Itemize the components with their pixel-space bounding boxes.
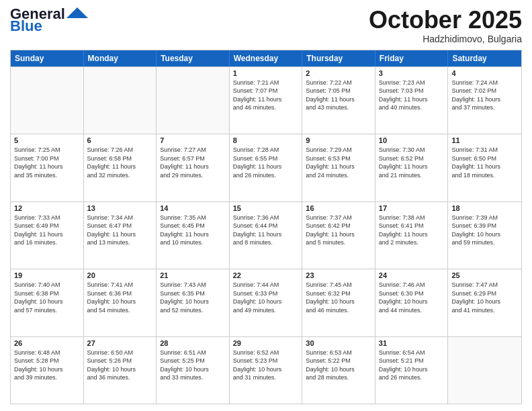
- logo-icon: [66, 6, 88, 19]
- calendar: Sunday Monday Tuesday Wednesday Thursday…: [10, 50, 522, 404]
- cell-info-15: Sunrise: 7:36 AM Sunset: 6:44 PM Dayligh…: [233, 214, 299, 247]
- cell-w2-d1: 13Sunrise: 7:34 AM Sunset: 6:47 PM Dayli…: [84, 202, 157, 269]
- cell-w2-d3: 15Sunrise: 7:36 AM Sunset: 6:44 PM Dayli…: [230, 202, 303, 269]
- cell-info-21: Sunrise: 7:43 AM Sunset: 6:35 PM Dayligh…: [160, 281, 226, 314]
- cell-w4-d5: 31Sunrise: 6:54 AM Sunset: 5:21 PM Dayli…: [375, 337, 449, 404]
- day-num-15: 15: [233, 204, 299, 212]
- cell-w0-d4: 2Sunrise: 7:22 AM Sunset: 7:05 PM Daylig…: [302, 67, 375, 134]
- cell-w1-d1: 6Sunrise: 7:26 AM Sunset: 6:58 PM Daylig…: [84, 134, 157, 201]
- day-num-2: 2: [306, 69, 371, 77]
- cell-info-4: Sunrise: 7:24 AM Sunset: 7:02 PM Dayligh…: [451, 79, 518, 112]
- weekday-friday: Friday: [375, 50, 449, 66]
- cell-w4-d1: 27Sunrise: 6:50 AM Sunset: 5:26 PM Dayli…: [84, 337, 157, 404]
- cell-w1-d6: 11Sunrise: 7:31 AM Sunset: 6:50 PM Dayli…: [448, 134, 521, 201]
- day-num-23: 23: [306, 271, 371, 279]
- cell-w4-d4: 30Sunrise: 6:53 AM Sunset: 5:22 PM Dayli…: [302, 337, 375, 404]
- cell-w0-d5: 3Sunrise: 7:23 AM Sunset: 7:03 PM Daylig…: [375, 67, 449, 134]
- cell-w0-d6: 4Sunrise: 7:24 AM Sunset: 7:02 PM Daylig…: [448, 67, 521, 134]
- day-num-30: 30: [306, 339, 371, 347]
- day-num-16: 16: [306, 204, 371, 212]
- day-num-14: 14: [160, 204, 226, 212]
- cell-w0-d3: 1Sunrise: 7:21 AM Sunset: 7:07 PM Daylig…: [230, 67, 303, 134]
- cell-w3-d0: 19Sunrise: 7:40 AM Sunset: 6:38 PM Dayli…: [11, 269, 84, 336]
- week-row-4: 26Sunrise: 6:48 AM Sunset: 5:28 PM Dayli…: [11, 336, 521, 404]
- weekday-thursday: Thursday: [302, 50, 375, 66]
- day-num-8: 8: [233, 136, 299, 144]
- cell-w0-d2: [157, 67, 230, 134]
- cell-info-27: Sunrise: 6:50 AM Sunset: 5:26 PM Dayligh…: [87, 349, 153, 382]
- cell-w3-d3: 22Sunrise: 7:44 AM Sunset: 6:33 PM Dayli…: [230, 269, 303, 336]
- cell-w4-d3: 29Sunrise: 6:52 AM Sunset: 5:23 PM Dayli…: [230, 337, 303, 404]
- day-num-7: 7: [160, 136, 226, 144]
- day-num-10: 10: [379, 136, 445, 144]
- weekday-saturday: Saturday: [448, 50, 521, 66]
- cell-info-18: Sunrise: 7:39 AM Sunset: 6:39 PM Dayligh…: [451, 214, 518, 247]
- cell-info-11: Sunrise: 7:31 AM Sunset: 6:50 PM Dayligh…: [451, 146, 518, 179]
- day-num-21: 21: [160, 271, 226, 279]
- cell-w2-d2: 14Sunrise: 7:35 AM Sunset: 6:45 PM Dayli…: [157, 202, 230, 269]
- cell-info-24: Sunrise: 7:46 AM Sunset: 6:30 PM Dayligh…: [379, 281, 445, 314]
- day-num-4: 4: [451, 69, 518, 77]
- cell-info-25: Sunrise: 7:47 AM Sunset: 6:29 PM Dayligh…: [451, 281, 518, 314]
- weekday-sunday: Sunday: [11, 50, 84, 66]
- title-area: October 2025 Hadzhidimovo, Bulgaria: [369, 7, 522, 44]
- day-num-3: 3: [379, 69, 445, 77]
- cell-w1-d2: 7Sunrise: 7:27 AM Sunset: 6:57 PM Daylig…: [157, 134, 230, 201]
- cell-info-31: Sunrise: 6:54 AM Sunset: 5:21 PM Dayligh…: [379, 349, 445, 382]
- day-num-12: 12: [14, 204, 80, 212]
- svg-marker-0: [66, 7, 88, 18]
- day-num-20: 20: [87, 271, 153, 279]
- cell-info-3: Sunrise: 7:23 AM Sunset: 7:03 PM Dayligh…: [379, 79, 445, 112]
- weekday-tuesday: Tuesday: [157, 50, 230, 66]
- cell-w3-d1: 20Sunrise: 7:41 AM Sunset: 6:36 PM Dayli…: [84, 269, 157, 336]
- cell-info-28: Sunrise: 6:51 AM Sunset: 5:25 PM Dayligh…: [160, 349, 226, 382]
- cell-info-16: Sunrise: 7:37 AM Sunset: 6:42 PM Dayligh…: [306, 214, 371, 247]
- week-row-3: 19Sunrise: 7:40 AM Sunset: 6:38 PM Dayli…: [11, 269, 521, 336]
- logo: General Blue: [10, 7, 88, 35]
- weekday-wednesday: Wednesday: [230, 50, 303, 66]
- week-row-2: 12Sunrise: 7:33 AM Sunset: 6:49 PM Dayli…: [11, 201, 521, 269]
- day-num-6: 6: [87, 136, 153, 144]
- cell-info-23: Sunrise: 7:45 AM Sunset: 6:32 PM Dayligh…: [306, 281, 371, 314]
- cell-w3-d4: 23Sunrise: 7:45 AM Sunset: 6:32 PM Dayli…: [302, 269, 375, 336]
- cell-info-1: Sunrise: 7:21 AM Sunset: 7:07 PM Dayligh…: [233, 79, 299, 112]
- cell-info-9: Sunrise: 7:29 AM Sunset: 6:53 PM Dayligh…: [306, 146, 371, 179]
- cell-w2-d4: 16Sunrise: 7:37 AM Sunset: 6:42 PM Dayli…: [302, 202, 375, 269]
- day-num-1: 1: [233, 69, 299, 77]
- day-num-9: 9: [306, 136, 371, 144]
- day-num-24: 24: [379, 271, 445, 279]
- cell-w4-d6: [448, 337, 521, 404]
- day-num-26: 26: [14, 339, 80, 347]
- cell-info-19: Sunrise: 7:40 AM Sunset: 6:38 PM Dayligh…: [14, 281, 80, 314]
- month-title: October 2025: [369, 7, 522, 34]
- cell-info-2: Sunrise: 7:22 AM Sunset: 7:05 PM Dayligh…: [306, 79, 371, 112]
- cell-info-29: Sunrise: 6:52 AM Sunset: 5:23 PM Dayligh…: [233, 349, 299, 382]
- cell-info-7: Sunrise: 7:27 AM Sunset: 6:57 PM Dayligh…: [160, 146, 226, 179]
- calendar-body: 1Sunrise: 7:21 AM Sunset: 7:07 PM Daylig…: [11, 66, 521, 404]
- cell-w1-d0: 5Sunrise: 7:25 AM Sunset: 7:00 PM Daylig…: [11, 134, 84, 201]
- cell-w2-d6: 18Sunrise: 7:39 AM Sunset: 6:39 PM Dayli…: [448, 202, 521, 269]
- cell-info-12: Sunrise: 7:33 AM Sunset: 6:49 PM Dayligh…: [14, 214, 80, 247]
- day-num-13: 13: [87, 204, 153, 212]
- week-row-1: 5Sunrise: 7:25 AM Sunset: 7:00 PM Daylig…: [11, 134, 521, 201]
- logo-blue: Blue: [10, 17, 42, 35]
- weekday-monday: Monday: [84, 50, 157, 66]
- cell-info-14: Sunrise: 7:35 AM Sunset: 6:45 PM Dayligh…: [160, 214, 226, 247]
- cell-w2-d5: 17Sunrise: 7:38 AM Sunset: 6:41 PM Dayli…: [375, 202, 449, 269]
- cell-info-13: Sunrise: 7:34 AM Sunset: 6:47 PM Dayligh…: [87, 214, 153, 247]
- cell-info-10: Sunrise: 7:30 AM Sunset: 6:52 PM Dayligh…: [379, 146, 445, 179]
- day-num-17: 17: [379, 204, 445, 212]
- day-num-29: 29: [233, 339, 299, 347]
- cell-info-26: Sunrise: 6:48 AM Sunset: 5:28 PM Dayligh…: [14, 349, 80, 382]
- cell-w4-d0: 26Sunrise: 6:48 AM Sunset: 5:28 PM Dayli…: [11, 337, 84, 404]
- cell-info-20: Sunrise: 7:41 AM Sunset: 6:36 PM Dayligh…: [87, 281, 153, 314]
- day-num-18: 18: [451, 204, 518, 212]
- cell-info-22: Sunrise: 7:44 AM Sunset: 6:33 PM Dayligh…: [233, 281, 299, 314]
- cell-w3-d5: 24Sunrise: 7:46 AM Sunset: 6:30 PM Dayli…: [375, 269, 449, 336]
- day-num-5: 5: [14, 136, 80, 144]
- cell-w4-d2: 28Sunrise: 6:51 AM Sunset: 5:25 PM Dayli…: [157, 337, 230, 404]
- page: General Blue October 2025 Hadzhidimovo, …: [0, 0, 532, 411]
- cell-w3-d6: 25Sunrise: 7:47 AM Sunset: 6:29 PM Dayli…: [448, 269, 521, 336]
- day-num-31: 31: [379, 339, 445, 347]
- header: General Blue October 2025 Hadzhidimovo, …: [10, 7, 522, 44]
